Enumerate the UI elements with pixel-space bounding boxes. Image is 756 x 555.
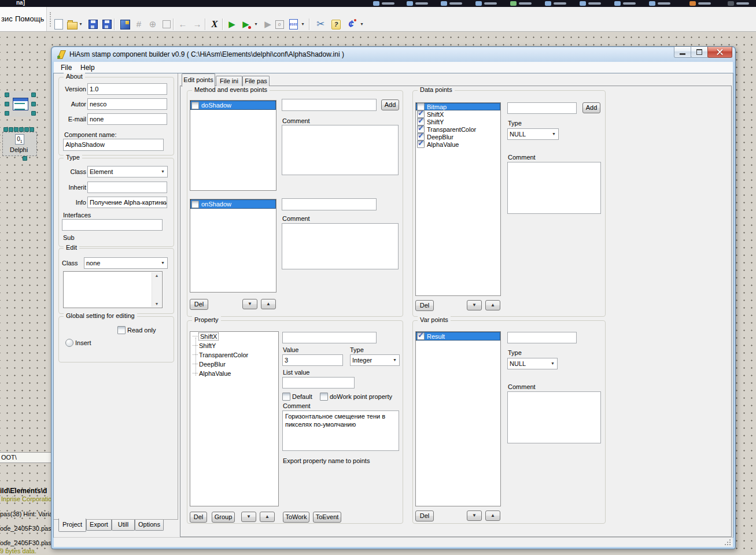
- list-value-input[interactable]: [282, 377, 355, 388]
- list-item-shifty[interactable]: ShiftY: [416, 118, 500, 125]
- var-move-down-button[interactable]: ▼: [467, 510, 482, 521]
- read-only-checkbox[interactable]: [117, 326, 126, 334]
- item-checkbox[interactable]: [417, 332, 425, 340]
- data-type-select[interactable]: NULL: [507, 128, 559, 140]
- method-comment-textarea[interactable]: [282, 125, 399, 175]
- tree-item-alphavalue[interactable]: AlphaValue: [190, 369, 278, 378]
- list-item-onshadow[interactable]: onShadow: [190, 199, 276, 209]
- property-type-select[interactable]: Integer: [350, 354, 400, 366]
- data-comment-textarea[interactable]: [507, 162, 601, 214]
- tab-project[interactable]: Project: [58, 519, 86, 532]
- toolbar-grip[interactable]: [50, 12, 51, 27]
- type-class-select[interactable]: Element: [87, 166, 168, 177]
- tab-file-ini[interactable]: File ini: [216, 76, 242, 86]
- tab-utill[interactable]: Utill: [112, 520, 135, 531]
- delete-icon[interactable]: X: [208, 17, 221, 31]
- frame-icon[interactable]: [160, 17, 173, 31]
- menu-item-servis[interactable]: зис: [1, 7, 13, 31]
- list-item-deepblur[interactable]: DeepBlur: [416, 133, 500, 140]
- designer-delphi-component[interactable]: 01 Delphi: [2, 132, 37, 156]
- run-dropdown-icon[interactable]: ▾: [253, 17, 259, 31]
- close-button[interactable]: [707, 47, 732, 58]
- list-item-shiftx[interactable]: ShiftX: [416, 110, 500, 118]
- methods-del-button[interactable]: Del: [190, 299, 208, 310]
- scrollbar[interactable]: [152, 272, 161, 307]
- anchor-dropdown-icon[interactable]: ▾: [359, 17, 365, 31]
- menu-item-help[interactable]: Помощь: [15, 7, 44, 31]
- var-move-up-button[interactable]: ▲: [485, 510, 500, 521]
- binary-dropdown-icon[interactable]: ▾: [300, 17, 306, 31]
- method-name-input[interactable]: [282, 99, 377, 111]
- info-input[interactable]: Получение Alpha-картинки: [87, 197, 167, 208]
- var-type-select[interactable]: NULL: [507, 358, 558, 369]
- event-name-input[interactable]: [282, 198, 377, 210]
- property-group-button[interactable]: Group: [212, 512, 235, 523]
- tree-item-transparentcolor[interactable]: TransparentColor: [190, 350, 278, 360]
- tab-file-pas[interactable]: File pas: [242, 76, 270, 86]
- data-move-up-button[interactable]: ▲: [485, 300, 500, 310]
- method-add-button[interactable]: Add: [381, 99, 399, 110]
- anchor-icon[interactable]: ¢: [345, 17, 357, 31]
- tab-edit-points[interactable]: Edit points: [182, 73, 215, 87]
- item-checkbox[interactable]: [417, 140, 425, 148]
- var-del-button[interactable]: Del: [415, 510, 434, 521]
- email-input[interactable]: none: [87, 113, 167, 125]
- menu-help[interactable]: Help: [78, 62, 97, 73]
- resize-grip[interactable]: [729, 544, 731, 545]
- designer-form-component[interactable]: [7, 91, 34, 117]
- version-input[interactable]: 1.0: [87, 83, 167, 95]
- titlebar[interactable]: HiAsm stamp component builder v0.9 ( C:\…: [52, 47, 735, 62]
- edit-class-select[interactable]: none: [84, 257, 168, 269]
- list-item-bitmap[interactable]: Bitmap: [416, 103, 500, 110]
- methods-listbox[interactable]: doShadow: [190, 100, 276, 191]
- item-checkbox[interactable]: [191, 102, 199, 109]
- save-icon[interactable]: [87, 17, 99, 31]
- methods-move-up-button[interactable]: ▲: [261, 299, 276, 309]
- open-folder-icon[interactable]: [66, 17, 79, 31]
- property-move-up-button[interactable]: ▲: [260, 512, 275, 522]
- property-del-button[interactable]: Del: [190, 512, 207, 523]
- methods-move-down-button[interactable]: ▼: [242, 299, 257, 309]
- list-item-transparentcolor[interactable]: TransparentColor: [416, 125, 500, 133]
- data-points-listbox[interactable]: Bitmap ShiftX ShiftY TransparentColor De…: [415, 102, 501, 296]
- property-move-down-button[interactable]: ▼: [241, 512, 256, 522]
- step-icon[interactable]: ▶: [261, 17, 274, 31]
- var-point-name-input[interactable]: [507, 332, 577, 343]
- align-center-icon[interactable]: ⊕: [146, 17, 159, 31]
- property-name-input[interactable]: [282, 332, 377, 343]
- list-item-doshadow[interactable]: doShadow: [190, 101, 276, 110]
- default-checkbox[interactable]: [282, 393, 290, 401]
- var-comment-textarea[interactable]: [507, 391, 601, 443]
- new-document-icon[interactable]: [52, 17, 65, 31]
- grid-icon[interactable]: #: [132, 17, 145, 31]
- tree-item-deepblur[interactable]: DeepBlur: [190, 360, 278, 369]
- towork-button[interactable]: ToWork: [283, 512, 309, 523]
- insert-radio[interactable]: [65, 339, 73, 347]
- events-listbox[interactable]: onShadow: [190, 199, 276, 293]
- data-point-name-input[interactable]: [507, 102, 577, 114]
- toevent-button[interactable]: ToEvent: [313, 512, 341, 523]
- item-checkbox[interactable]: [191, 201, 199, 208]
- help-icon[interactable]: ?: [330, 17, 342, 31]
- back-icon[interactable]: ←: [176, 17, 189, 31]
- tree-item-shiftx[interactable]: ShiftX: [190, 332, 278, 341]
- minimize-button[interactable]: [674, 47, 692, 58]
- tree-item-shifty[interactable]: ShiftY: [190, 341, 278, 350]
- autor-input[interactable]: nesco: [87, 98, 167, 110]
- maximize-button[interactable]: [691, 47, 709, 58]
- var-points-listbox[interactable]: Result: [415, 331, 501, 506]
- run-alt-icon[interactable]: ▶: [239, 17, 252, 31]
- run-icon[interactable]: ▶: [226, 17, 238, 31]
- save-all-icon[interactable]: [101, 17, 113, 31]
- tab-export[interactable]: Export: [86, 520, 112, 531]
- property-tree[interactable]: ShiftX ShiftY TransparentColor DeepBlur …: [190, 331, 279, 506]
- tab-options[interactable]: Options: [135, 520, 164, 531]
- data-point-add-button[interactable]: Add: [582, 102, 600, 113]
- tools-icon[interactable]: ✂: [314, 17, 327, 31]
- inherit-input[interactable]: [87, 182, 167, 193]
- list-item-alphavalue[interactable]: AlphaValue: [416, 140, 500, 148]
- component-name-input[interactable]: AlphaShadow: [63, 139, 164, 151]
- dowork-checkbox[interactable]: [320, 393, 328, 401]
- open-dropdown-icon[interactable]: ▾: [78, 17, 84, 31]
- list-item-result[interactable]: Result: [416, 332, 500, 341]
